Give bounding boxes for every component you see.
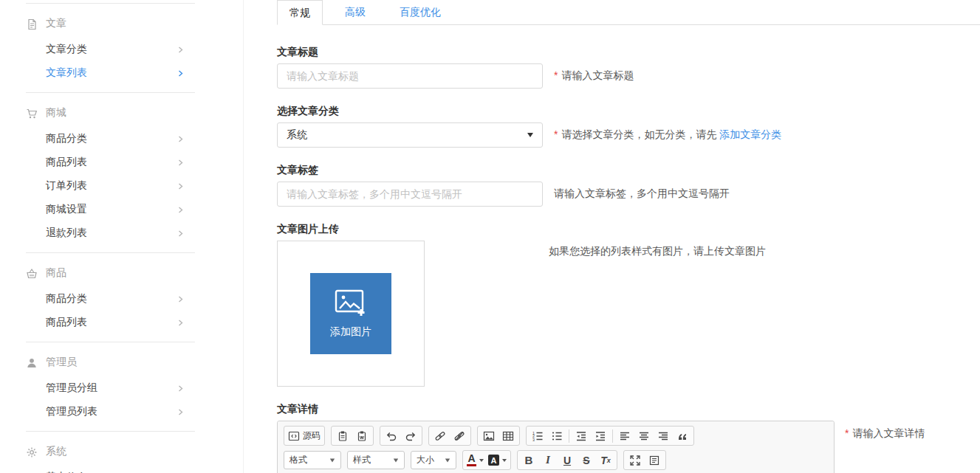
numbered-list-button[interactable]: 123 — [528, 427, 547, 444]
sidebar-item-mall-settings[interactable]: 商城设置 — [0, 198, 243, 221]
svg-text:3: 3 — [532, 437, 535, 441]
sidebar-item-basic-info[interactable]: 基本信息 — [0, 466, 243, 473]
text-color-icon: A — [467, 454, 476, 466]
source-button-label: 源码 — [303, 429, 321, 442]
sidebar-item-label: 退款列表 — [46, 227, 87, 240]
dropdown-arrow-icon — [479, 459, 484, 462]
add-image-button[interactable]: 添加图片 — [310, 273, 391, 354]
required-asterisk: * — [554, 69, 558, 81]
numbered-list-icon: 123 — [532, 430, 544, 442]
sidebar-item-refund-list[interactable]: 退款列表 — [0, 221, 243, 245]
add-image-button-label: 添加图片 — [330, 325, 371, 339]
remove-format-button[interactable]: Tx — [596, 452, 615, 469]
sidebar-section-mall: 商城 商品分类 商品列表 订单列表 商城设置 退款列表 — [0, 93, 243, 245]
sidebar-section-header-admin: 管理员 — [0, 342, 243, 376]
sidebar-item-label: 商品分类 — [46, 132, 87, 145]
text-color-button[interactable]: A — [465, 452, 486, 469]
background-color-button[interactable]: A — [486, 452, 509, 469]
chevron-right-icon — [177, 159, 184, 166]
bold-button[interactable]: B — [519, 452, 538, 469]
unlink-icon — [453, 430, 465, 442]
align-left-button[interactable] — [615, 427, 634, 444]
background-color-icon: A — [488, 455, 499, 466]
undo-icon — [386, 430, 397, 442]
bullet-list-icon — [551, 430, 563, 442]
sidebar-section-header-mall: 商城 — [0, 93, 243, 127]
required-asterisk: * — [554, 128, 558, 140]
redo-button[interactable] — [401, 427, 420, 444]
title-hint: *请输入文章标题 — [554, 69, 634, 83]
italic-button[interactable]: I — [538, 452, 558, 469]
blockquote-button[interactable] — [673, 427, 692, 444]
sidebar-item-label: 商品列表 — [46, 316, 87, 329]
toolbar-separator — [569, 429, 569, 443]
sidebar-item-goods-list[interactable]: 商品列表 — [0, 311, 243, 334]
category-hint: *请选择文章分类，如无分类，请先 添加文章分类 — [554, 128, 781, 142]
style-dropdown-label: 样式 — [353, 454, 371, 466]
sidebar-section-article: 文章 文章分类 文章列表 — [0, 4, 243, 85]
undo-button[interactable] — [382, 427, 401, 444]
sidebar-item-goods-category[interactable]: 商品分类 — [0, 287, 243, 311]
insert-image-button[interactable] — [479, 427, 498, 444]
align-center-button[interactable] — [634, 427, 654, 444]
sidebar-section-label: 商城 — [46, 106, 66, 120]
paste-button[interactable] — [333, 427, 352, 444]
sidebar-item-article-list[interactable]: 文章列表 — [0, 61, 243, 85]
sidebar-section-header-goods: 商品 — [0, 253, 243, 287]
add-category-link[interactable]: 添加文章分类 — [719, 128, 781, 140]
link-button[interactable] — [431, 427, 450, 444]
unlink-button[interactable] — [450, 427, 469, 444]
sidebar-item-order-list[interactable]: 订单列表 — [0, 174, 243, 198]
mall-icon — [26, 108, 38, 120]
rich-text-editor: 源码 — [277, 421, 835, 473]
outdent-icon — [575, 430, 587, 442]
article-icon — [26, 18, 38, 30]
tags-label: 文章标签 — [277, 162, 980, 177]
image-upload-hint: 如果您选择的列表样式有图片，请上传文章图片 — [549, 241, 766, 258]
indent-button[interactable] — [591, 427, 610, 444]
maximize-icon — [629, 455, 641, 466]
goods-icon — [26, 268, 38, 280]
align-right-icon — [657, 430, 669, 442]
sidebar-item-admin-group[interactable]: 管理员分组 — [0, 376, 243, 400]
style-dropdown[interactable]: 样式 — [347, 451, 405, 469]
outdent-button[interactable] — [572, 427, 591, 444]
sidebar-item-product-category[interactable]: 商品分类 — [0, 127, 243, 151]
align-center-icon — [638, 430, 650, 442]
maximize-button[interactable] — [626, 452, 645, 469]
chevron-right-icon — [177, 296, 184, 303]
tags-input[interactable] — [277, 182, 543, 207]
redo-icon — [405, 430, 417, 442]
title-input[interactable] — [277, 63, 543, 89]
category-select[interactable]: 系统 — [277, 122, 543, 148]
underline-button[interactable]: U — [558, 452, 577, 469]
font-size-dropdown[interactable]: 大小 — [411, 451, 456, 469]
insert-table-button[interactable] — [498, 427, 518, 444]
select-arrow-icon — [527, 133, 533, 137]
align-right-button[interactable] — [654, 427, 673, 444]
sidebar-item-product-list[interactable]: 商品列表 — [0, 151, 243, 174]
sidebar-section-system: 系统 基本信息 — [0, 432, 243, 473]
format-dropdown[interactable]: 格式 — [284, 451, 341, 469]
indent-icon — [594, 430, 606, 442]
category-select-value: 系统 — [287, 128, 307, 142]
sidebar-item-admin-list[interactable]: 管理员列表 — [0, 400, 243, 424]
paste-from-word-button[interactable] — [352, 427, 371, 444]
sidebar-section-goods: 商品 商品分类 商品列表 — [0, 253, 243, 334]
source-icon — [288, 430, 300, 442]
tab-general[interactable]: 常规 — [277, 0, 323, 25]
main-content: 常规 高级 百度优化 文章标题 *请输入文章标题 选择文章分类 — [244, 0, 980, 473]
editor-toolbar: 源码 — [278, 421, 834, 473]
tab-baidu-seo[interactable]: 百度优化 — [388, 0, 453, 24]
source-button[interactable]: 源码 — [286, 427, 323, 444]
show-blocks-icon — [648, 455, 660, 466]
tab-advanced[interactable]: 高级 — [333, 0, 377, 24]
blockquote-icon — [676, 430, 688, 442]
chevron-right-icon — [177, 207, 184, 213]
category-label: 选择文章分类 — [277, 103, 980, 118]
bullet-list-button[interactable] — [547, 427, 566, 444]
toolbar-separator — [612, 429, 613, 443]
strikethrough-button[interactable]: S — [577, 452, 596, 469]
sidebar-item-article-category[interactable]: 文章分类 — [0, 38, 243, 61]
show-blocks-button[interactable] — [645, 452, 664, 469]
